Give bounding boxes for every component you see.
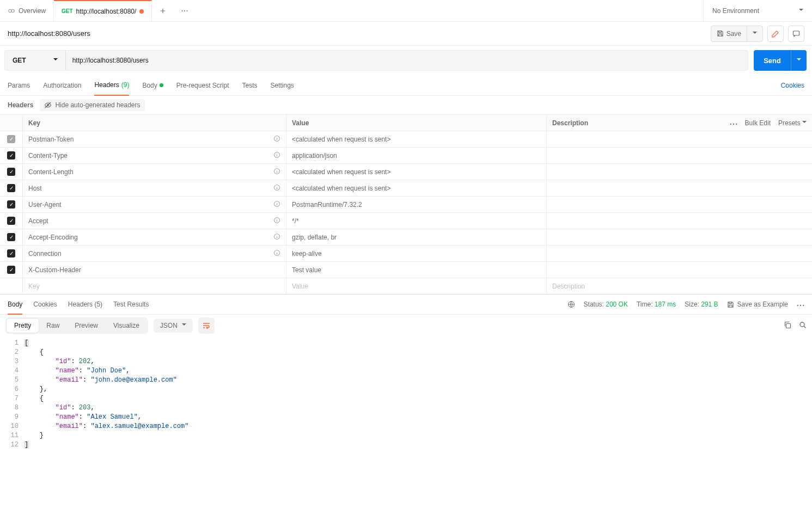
toggle-autogen-headers[interactable]: Hide auto-generated headers [40,99,144,111]
send-button[interactable]: Send [754,50,807,71]
header-description[interactable] [547,197,812,212]
new-key-input[interactable]: Key [23,278,286,294]
svg-point-23 [800,322,804,327]
cookies-link[interactable]: Cookies [781,82,804,89]
checkbox[interactable]: ✓ [7,184,15,192]
presets-dropdown[interactable]: Presets [778,119,807,127]
checkbox[interactable]: ✓ [7,266,15,274]
header-description[interactable] [547,246,812,261]
header-description[interactable] [547,148,812,163]
checkbox[interactable]: ✓ [7,151,15,160]
table-row[interactable]: ✓X-Custom-HeaderTest value [0,261,812,278]
checkbox[interactable]: ✓ [7,217,15,225]
view-pretty[interactable]: Pretty [7,318,39,333]
svg-rect-5 [793,31,799,35]
header-key[interactable]: Connection [23,246,286,261]
save-button[interactable]: Save [711,26,747,41]
bulk-edit-button[interactable]: Bulk Edit [745,119,771,127]
send-dropdown[interactable] [791,50,807,71]
header-key[interactable]: Content-Type [23,148,286,163]
header-value[interactable]: <calculated when request is sent> [286,164,547,180]
checkbox[interactable]: ✓ [7,135,15,143]
headers-new-row[interactable]: Key Value Description [0,278,812,294]
wrap-lines-button[interactable] [198,317,215,334]
header-description[interactable] [547,164,812,180]
header-value[interactable]: application/json [286,148,547,163]
url-input[interactable]: http://localhost:8080/users [66,51,748,70]
header-value[interactable]: keep-alive [286,246,547,261]
environment-selector[interactable]: No Environment [703,0,812,21]
header-key[interactable]: Content-Length [23,164,286,180]
table-row[interactable]: ✓Content-Typeapplication/json [0,147,812,163]
header-value[interactable]: */* [286,213,547,229]
header-value[interactable]: Test value [286,262,547,278]
new-desc-input[interactable]: Description [547,278,812,294]
table-row[interactable]: ✓Content-Length<calculated when request … [0,163,812,180]
svg-point-2 [181,10,182,11]
copy-icon [784,321,791,329]
header-value[interactable]: PostmanRuntime/7.32.2 [286,197,547,212]
format-dropdown[interactable]: JSON [154,318,193,333]
new-value-input[interactable]: Value [286,278,547,294]
tab-settings[interactable]: Settings [271,75,294,95]
view-visualize[interactable]: Visualize [106,318,147,333]
tab-more-button[interactable] [174,0,196,21]
method-dropdown[interactable]: GET [5,51,66,70]
header-description[interactable] [547,229,812,245]
tab-tests[interactable]: Tests [242,75,257,95]
comment-button[interactable] [788,26,804,42]
response-view-controls: Pretty Raw Preview Visualize JSON [0,315,812,336]
tab-params[interactable]: Params [8,75,30,95]
header-key[interactable]: Accept-Encoding [23,229,286,245]
globe-icon [567,301,575,308]
table-row[interactable]: ✓Accept-Encodinggzip, deflate, br [0,229,812,245]
save-label: Save [726,30,741,38]
header-description[interactable] [547,213,812,229]
header-value[interactable]: gzip, deflate, br [286,229,547,245]
header-key[interactable]: Postman-Token [23,131,286,147]
header-key[interactable]: User-Agent [23,197,286,212]
tab-overview[interactable]: Overview [0,0,54,21]
resp-tab-body[interactable]: Body [8,295,22,315]
resp-tab-headers[interactable]: Headers (5) [68,295,102,314]
header-description[interactable] [547,180,812,196]
save-as-example-button[interactable]: Save as Example [727,301,788,308]
more-columns[interactable] [730,119,737,127]
save-dropdown[interactable] [747,26,762,41]
svg-point-4 [186,10,187,11]
svg-point-20 [800,305,801,306]
table-row[interactable]: ✓Connectionkeep-alive [0,245,812,261]
checkbox[interactable]: ✓ [7,168,15,176]
tab-pre-request-script[interactable]: Pre-request Script [176,75,229,95]
new-tab-button[interactable] [152,0,174,21]
tab-body[interactable]: Body [142,75,163,95]
resp-tab-tests[interactable]: Test Results [113,295,149,314]
view-preview[interactable]: Preview [67,318,106,333]
method-label: GET [13,57,26,64]
checkbox[interactable]: ✓ [7,200,15,209]
header-key[interactable]: Accept [23,213,286,229]
table-row[interactable]: ✓Accept*/* [0,212,812,229]
resp-more-button[interactable] [797,301,804,308]
tab-headers[interactable]: Headers (9) [94,76,129,96]
header-description[interactable] [547,131,812,147]
table-row[interactable]: ✓Postman-Token<calculated when request i… [0,131,812,147]
search-response-button[interactable] [799,321,807,330]
edit-button[interactable] [767,26,784,42]
header-key[interactable]: Host [23,180,286,196]
view-mode-group: Pretty Raw Preview Visualize [5,317,148,334]
tab-authorization[interactable]: Authorization [43,75,81,95]
checkbox[interactable]: ✓ [7,233,15,241]
checkbox[interactable]: ✓ [7,249,15,258]
table-row[interactable]: ✓User-AgentPostmanRuntime/7.32.2 [0,196,812,212]
response-body-viewer[interactable]: 123456789101112 [ { "id": 202, "name": "… [0,336,812,452]
resp-tab-cookies[interactable]: Cookies [33,295,57,314]
table-row[interactable]: ✓Host<calculated when request is sent> [0,180,812,196]
header-value[interactable]: <calculated when request is sent> [286,131,547,147]
header-key[interactable]: X-Custom-Header [23,262,286,278]
header-description[interactable] [547,262,812,278]
tab-request[interactable]: GET http://localhost:8080/u [54,0,152,21]
header-value[interactable]: <calculated when request is sent> [286,180,547,196]
view-raw[interactable]: Raw [39,318,67,333]
copy-response-button[interactable] [784,321,791,330]
